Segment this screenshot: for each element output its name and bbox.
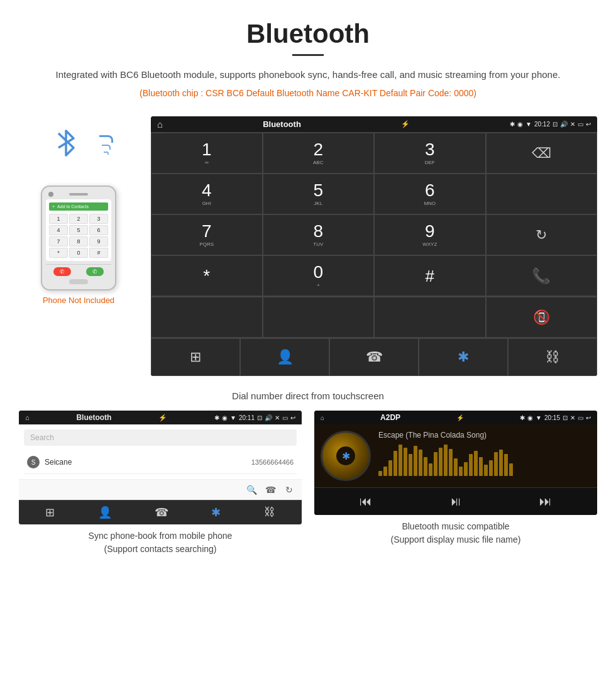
- pb-refresh-icon[interactable]: ↻: [282, 482, 297, 497]
- pb-dial-icon[interactable]: ☎: [155, 506, 168, 519]
- viz-bar: [459, 467, 463, 476]
- music-home-icon: ⌂: [321, 414, 324, 421]
- play-pause-button[interactable]: ⏯: [449, 494, 462, 509]
- viz-bar: [489, 460, 493, 476]
- pb-loc-icon: ◉: [222, 414, 228, 421]
- dial-key-3[interactable]: 3DEF: [374, 133, 486, 174]
- close-icon: ✕: [570, 121, 575, 128]
- prev-button[interactable]: ⏮: [360, 494, 372, 509]
- viz-bar: [464, 462, 468, 476]
- viz-bar: [504, 454, 508, 476]
- dial-key-5[interactable]: 5JKL: [263, 174, 375, 214]
- contact-number: 13566664466: [251, 458, 294, 466]
- signal-waves-icon: [99, 135, 113, 155]
- dial-key-1[interactable]: 1∞: [151, 133, 263, 174]
- viz-bar: [509, 463, 513, 476]
- phone-mockup: + Add to Contacts 123 456 789 *0# ✆ ✆: [41, 185, 116, 290]
- phone-call-button: ✆: [86, 267, 104, 276]
- contacts-button[interactable]: 👤: [240, 338, 329, 376]
- music-cam-icon: ⊡: [563, 414, 568, 421]
- dialpad-status-bar: ⌂ Bluetooth ⚡ ✱ ◉ ▼ 20:12 ⊡ 🔊 ✕ ▭ ↩: [151, 116, 597, 132]
- pb-status-right: ✱ ◉ ▼ 20:11 ⊡ 🔊 ✕ ▭ ↩: [214, 414, 295, 421]
- backspace-button[interactable]: ⌫: [486, 133, 598, 174]
- pb-link-icon[interactable]: ⛓: [264, 506, 275, 519]
- link-button[interactable]: ⛓: [508, 338, 597, 376]
- music-signal-icon: ▼: [536, 414, 542, 421]
- phone-illustration: + Add to Contacts 123 456 789 *0# ✆ ✆ Ph…: [19, 116, 138, 305]
- search-bar[interactable]: Search: [24, 429, 297, 446]
- phonebook-item: ⌂ Bluetooth ⚡ ✱ ◉ ▼ 20:11 ⊡ 🔊 ✕ ▭ ↩: [19, 411, 302, 556]
- dialpad-bottom-bar: ⊞ 👤 ☎ ✱ ⛓: [151, 338, 597, 376]
- title-divider: [292, 54, 324, 56]
- description-text: Integrated with BC6 Bluetooth module, su…: [13, 67, 603, 82]
- viz-bar: [454, 458, 458, 476]
- phone-speaker: [69, 193, 88, 196]
- phone-keypad: 123 456 789 *0#: [49, 214, 108, 258]
- viz-bar: [383, 467, 387, 476]
- viz-bar: [429, 463, 432, 476]
- call-button[interactable]: 📞: [486, 255, 598, 296]
- phonebook-caption: Sync phone-book from mobile phone (Suppo…: [19, 529, 302, 556]
- dial-key-6[interactable]: 6MNO: [374, 174, 486, 214]
- phone-screen: + Add to Contacts 123 456 789 *0#: [46, 199, 111, 261]
- viz-bar: [449, 449, 453, 476]
- pb-usb-icon: ⚡: [158, 414, 167, 422]
- music-caption: Bluetooth music compatible (Support disp…: [314, 520, 597, 546]
- pb-apps-icon[interactable]: ⊞: [45, 506, 55, 519]
- dial-key-2[interactable]: 2ABC: [263, 133, 375, 174]
- empty-key-1: [486, 174, 598, 214]
- bluetooth-icon-button[interactable]: ✱: [419, 338, 508, 376]
- phonebook-action-bar: 🔍 ☎ ↻: [19, 479, 302, 500]
- viz-bar: [484, 465, 488, 476]
- music-main-content: ✱ Escape (The Pina Colada Song): [314, 424, 597, 487]
- search-placeholder: Search: [30, 433, 54, 442]
- hangup-button[interactable]: 📵: [486, 297, 598, 338]
- music-loc-icon: ◉: [527, 414, 533, 421]
- next-button[interactable]: ⏭: [539, 494, 552, 509]
- viz-bar: [414, 446, 417, 476]
- phone-camera: [48, 192, 53, 197]
- bluetooth-status-icon: ✱: [510, 121, 515, 128]
- viz-bar: [419, 450, 422, 476]
- apps-grid-button[interactable]: ⊞: [151, 338, 240, 376]
- music-win-icon: ▭: [578, 414, 583, 421]
- music-controls: ⏮ ⏯ ⏭: [314, 487, 597, 515]
- pb-cam-icon: ⊡: [257, 414, 262, 421]
- empty-3: [263, 297, 375, 338]
- pb-bottom-nav: ⊞ 👤 ☎ ✱ ⛓: [19, 500, 302, 524]
- back-icon: ↩: [586, 121, 591, 128]
- viz-bar: [409, 454, 412, 476]
- page-header: Bluetooth Integrated with BC6 Bluetooth …: [0, 0, 616, 110]
- album-art-inner: ✱: [336, 446, 355, 465]
- dial-key-hash[interactable]: #: [374, 255, 486, 296]
- dialpad-grid: 1∞ 2ABC 3DEF ⌫ 4GHI 5JKL 6MNO: [151, 132, 597, 296]
- phone-icon-button[interactable]: ☎: [329, 338, 419, 376]
- dial-key-4[interactable]: 4GHI: [151, 174, 263, 214]
- pb-search-icon[interactable]: 🔍: [244, 482, 259, 497]
- music-close-icon: ✕: [570, 414, 575, 421]
- pb-time: 20:11: [239, 414, 255, 421]
- viz-bar: [469, 454, 473, 476]
- music-time: 20:15: [544, 414, 560, 421]
- dial-key-star[interactable]: *: [151, 255, 263, 296]
- viz-bar: [393, 451, 397, 476]
- pb-contacts-icon[interactable]: 👤: [98, 506, 112, 519]
- pb-bt-button[interactable]: ✱: [211, 506, 221, 519]
- refresh-button[interactable]: ↻: [486, 214, 598, 255]
- dial-key-0[interactable]: 0+: [263, 255, 375, 296]
- pb-win-icon: ▭: [282, 414, 288, 421]
- dialpad-screen-title: Bluetooth: [263, 119, 301, 129]
- album-art: ✱: [321, 431, 371, 481]
- pb-phone-icon[interactable]: ☎: [263, 482, 278, 497]
- dialpad-screen: ⌂ Bluetooth ⚡ ✱ ◉ ▼ 20:12 ⊡ 🔊 ✕ ▭ ↩ 1∞ 2…: [151, 116, 597, 376]
- viz-bar: [399, 445, 402, 476]
- viz-bar: [439, 448, 443, 476]
- clock: 20:12: [534, 121, 550, 128]
- dial-key-8[interactable]: 8TUV: [263, 214, 375, 255]
- music-info: Escape (The Pina Colada Song): [378, 431, 591, 476]
- bluetooth-symbol-icon: [53, 126, 79, 160]
- song-title: Escape (The Pina Colada Song): [378, 431, 591, 440]
- dial-key-9[interactable]: 9WXYZ: [374, 214, 486, 255]
- viz-bar: [474, 451, 478, 476]
- dial-key-7[interactable]: 7PQRS: [151, 214, 263, 255]
